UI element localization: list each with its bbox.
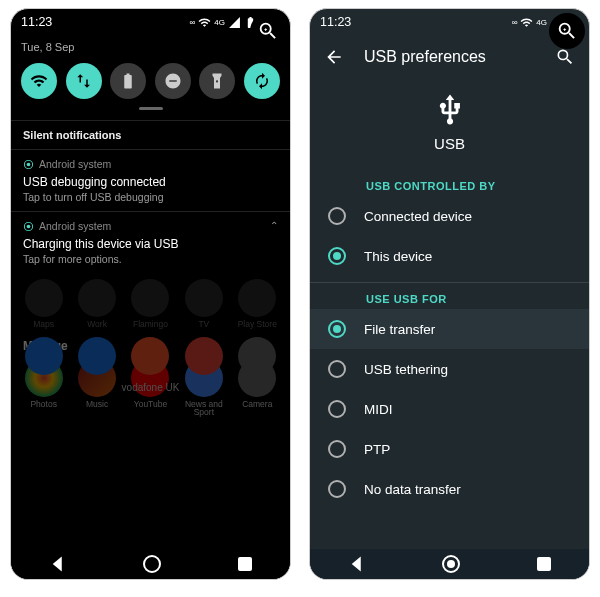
wifi-icon [520,16,533,29]
qs-date: Tue, 8 Sep [21,41,280,53]
phone-notification-shade: 11:23 ∞ 4G 64% Tue, 8 Sep Silent notific… [10,8,291,580]
notification-title: USB debugging connected [23,175,278,189]
home-button[interactable] [442,555,460,573]
qs-rotation-tile[interactable] [244,63,280,99]
silent-notifications-header: Silent notifications [11,120,290,149]
carrier-label: vodafone UK [11,382,290,393]
dock-camera[interactable] [232,337,282,375]
signal-icon [228,16,241,29]
app-youtube[interactable]: YouTube [125,359,175,417]
app-photos[interactable]: Photos [19,359,69,417]
statusbar: 11:23 ∞ 4G 64% [11,9,290,35]
usb-icon [433,93,467,127]
section-header-controlled-by: USB CONTROLLED BY [310,170,589,196]
qs-battery-tile[interactable] [110,63,146,99]
qs-wifi-tile[interactable] [21,63,57,99]
zoom-icon[interactable] [549,13,585,49]
phone-usb-preferences: 11:23 ∞ 4G USB preferences USB USB CONTR… [309,8,590,580]
chevron-up-icon[interactable]: ⌃ [270,220,278,231]
radio-midi[interactable]: MIDI [310,389,589,429]
clock: 11:23 [21,15,52,29]
notification-title: Charging this device via USB [23,237,278,251]
zoom-icon[interactable] [250,13,286,49]
notification-source: Android system [23,158,278,170]
radio-file-transfer[interactable]: File transfer [310,309,589,349]
radio-ptp[interactable]: PTP [310,429,589,469]
radio-icon [328,207,346,225]
qs-dnd-tile[interactable] [155,63,191,99]
notification-usb-debugging[interactable]: Android system USB debugging connected T… [11,149,290,211]
back-button[interactable] [348,555,366,573]
qs-flashlight-tile[interactable] [199,63,235,99]
notification-charging-usb[interactable]: ⌃ Android system Charging this device vi… [11,211,290,273]
radio-no-data-transfer[interactable]: No data transfer [310,469,589,509]
notification-subtitle: Tap for more options. [23,253,278,265]
navbar [11,549,290,579]
radio-usb-tethering[interactable]: USB tethering [310,349,589,389]
radio-icon [328,400,346,418]
radio-icon [328,440,346,458]
usb-hero: USB [310,79,589,170]
dock-gmail[interactable] [179,337,229,375]
radio-icon [328,247,346,265]
back-button[interactable] [49,555,67,573]
radio-icon [328,360,346,378]
manage-label[interactable]: Manage [11,335,290,353]
home-screen-dimmed: Maps Work Flamingo TV Play Store Manage … [11,273,290,423]
back-icon[interactable] [324,47,344,67]
notification-source: Android system [23,220,278,232]
qs-data-tile[interactable] [66,63,102,99]
dock-messages[interactable] [72,337,122,375]
radio-this-device[interactable]: This device [310,236,589,276]
network-label: 4G [214,18,225,27]
shade-handle[interactable] [139,107,163,110]
recents-button[interactable] [238,557,252,571]
app-music[interactable]: Music [72,359,122,417]
recents-button[interactable] [537,557,551,571]
search-icon[interactable] [555,47,575,67]
dock-phone[interactable] [19,337,69,375]
wifi-icon [198,16,211,29]
navbar [310,549,589,579]
radio-connected-device[interactable]: Connected device [310,196,589,236]
app-camera[interactable]: Camera [232,359,282,417]
usb-hero-label: USB [310,135,589,152]
svg-point-0 [27,162,31,166]
clock: 11:23 [320,15,351,29]
quick-settings: Tue, 8 Sep [11,35,290,120]
statusbar: 11:23 ∞ 4G [310,9,589,35]
appbar: USB preferences [310,35,589,79]
section-header-use-usb-for: USE USB FOR [310,283,589,309]
app-news[interactable]: News and Sport [179,359,229,417]
svg-point-1 [27,224,31,228]
dock-browser[interactable] [125,337,175,375]
notification-subtitle: Tap to turn off USB debugging [23,191,278,203]
radio-icon [328,320,346,338]
home-button[interactable] [143,555,161,573]
radio-icon [328,480,346,498]
page-title: USB preferences [364,48,535,66]
